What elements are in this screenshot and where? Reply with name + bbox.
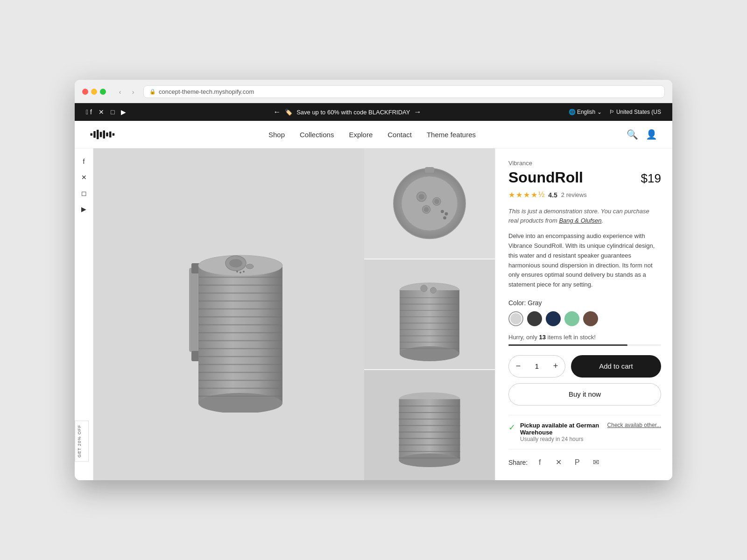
stock-bar <box>508 344 661 346</box>
main-product-image[interactable] <box>93 148 364 480</box>
share-icons: f ✕ P ✉ <box>533 456 602 469</box>
nav-theme-features[interactable]: Theme features <box>427 131 476 139</box>
region-selector[interactable]: 🏳 United States (US <box>609 109 661 115</box>
browser-controls: ‹ › 🔒 concept-theme-tech.myshopify.com <box>82 85 665 98</box>
pickup-check-link[interactable]: Check availab other... <box>607 422 661 428</box>
url-text: concept-theme-tech.myshopify.com <box>159 88 254 95</box>
promo-prev-arrow[interactable]: ← <box>274 108 281 116</box>
thumbnail-2[interactable] <box>364 259 495 370</box>
discount-label[interactable]: GET 20% OFF <box>75 420 89 462</box>
svg-point-63 <box>430 287 437 293</box>
nav-explore[interactable]: Explore <box>349 131 373 139</box>
browser-window: ‹ › 🔒 concept-theme-tech.myshopify.com … <box>75 80 672 480</box>
browser-chrome: ‹ › 🔒 concept-theme-tech.myshopify.com <box>75 80 672 103</box>
svg-rect-5 <box>106 133 108 136</box>
review-count: 2 reviews <box>561 191 587 198</box>
site-content:  f ✕ □ ▶ ← 🏷️ Save up to 60% with code … <box>75 103 672 480</box>
pickup-info: Pickup available at German Warehouse Usu… <box>520 422 603 442</box>
add-to-cart-button[interactable]: Add to cart <box>571 355 661 378</box>
nav-collections[interactable]: Collections <box>300 131 334 139</box>
star-1: ★ <box>508 190 515 199</box>
quantity-increase-button[interactable]: + <box>546 356 565 377</box>
star-3: ★ <box>523 190 530 199</box>
account-icon[interactable]: 👤 <box>646 129 657 140</box>
product-image-svg <box>163 217 294 413</box>
svg-point-39 <box>402 176 458 231</box>
social-sidebar: f ✕ ◻ ▶ GET 20% OFF <box>75 148 93 480</box>
stock-count: 13 <box>539 334 546 341</box>
sidebar-instagram-icon[interactable]: ◻ <box>81 189 87 197</box>
language-selector[interactable]: 🌐 English ⌄ <box>569 109 602 115</box>
svg-point-34 <box>246 264 254 269</box>
sidebar-facebook-icon[interactable]: f <box>83 158 85 165</box>
nav-contact[interactable]: Contact <box>388 131 412 139</box>
close-button[interactable] <box>82 89 88 95</box>
product-details: Vibrance SoundRoll $19 ★ ★ ★ ★ ½ 4.5 2 r… <box>495 148 672 480</box>
color-swatch-dark-gray[interactable] <box>527 311 542 326</box>
nav-icons: 🔍 👤 <box>627 129 657 140</box>
svg-point-66 <box>399 454 460 467</box>
product-title: SoundRoll <box>508 169 583 186</box>
star-2: ★ <box>516 190 522 199</box>
svg-rect-2 <box>97 130 99 139</box>
address-bar[interactable]: 🔒 concept-theme-tech.myshopify.com <box>143 85 665 98</box>
svg-rect-6 <box>109 132 112 138</box>
image-gallery <box>93 148 495 480</box>
share-twitter-icon[interactable]: ✕ <box>552 456 565 469</box>
svg-rect-7 <box>113 133 115 135</box>
product-description: Delve into an encompassing audio experie… <box>508 231 661 290</box>
thumbnail-3[interactable] <box>364 370 495 480</box>
quantity-stepper: − 1 + <box>508 355 565 378</box>
color-swatches <box>508 311 661 326</box>
logo-svg <box>90 127 118 141</box>
share-email-icon[interactable]: ✉ <box>589 456 602 469</box>
logo[interactable] <box>90 127 118 141</box>
color-swatch-dark-blue[interactable] <box>546 311 561 326</box>
share-pinterest-icon[interactable]: P <box>571 456 584 469</box>
stock-notice: Hurry, only 13 items left in stock! <box>508 334 661 341</box>
forward-arrow[interactable]: › <box>127 86 139 98</box>
svg-rect-9 <box>191 268 197 352</box>
svg-point-47 <box>445 212 448 216</box>
thumbnail-1[interactable] <box>364 148 495 259</box>
star-5-half: ½ <box>538 190 544 199</box>
stock-bar-fill <box>508 344 627 346</box>
color-swatch-mint-green[interactable] <box>564 311 579 326</box>
product-brand: Vibrance <box>508 160 661 167</box>
share-section: Share: f ✕ P ✉ <box>508 449 661 469</box>
svg-rect-3 <box>100 132 102 137</box>
pickup-title: Pickup available at German Warehouse <box>520 422 603 436</box>
color-swatch-brown[interactable] <box>583 311 598 326</box>
maximize-button[interactable] <box>100 89 106 95</box>
back-arrow[interactable]: ‹ <box>114 86 126 98</box>
color-section: Color: Gray <box>508 299 661 326</box>
lock-icon: 🔒 <box>149 89 156 95</box>
pickup-section: ✓ Pickup available at German Warehouse U… <box>508 415 661 449</box>
share-facebook-icon[interactable]: f <box>533 456 546 469</box>
thumbnail-column <box>364 148 495 480</box>
facebook-icon[interactable]:  f <box>86 108 92 116</box>
banner-promo: ← 🏷️ Save up to 60% with code BLACKFRIDA… <box>274 108 422 116</box>
instagram-icon[interactable]: □ <box>111 108 114 116</box>
quantity-decrease-button[interactable]: − <box>509 356 528 377</box>
search-icon[interactable]: 🔍 <box>627 129 638 140</box>
promo-next-arrow[interactable]: → <box>414 108 421 116</box>
youtube-icon[interactable]: ▶ <box>121 108 126 116</box>
buy-now-button[interactable]: Buy it now <box>508 383 661 406</box>
color-label: Color: Gray <box>508 299 661 307</box>
main-nav: Shop Collections Explore Contact Theme f… <box>75 121 672 148</box>
bang-olufsen-link[interactable]: Bang & Olufsen <box>559 217 601 224</box>
nav-shop[interactable]: Shop <box>268 131 285 139</box>
svg-point-41 <box>419 194 424 199</box>
nav-arrows: ‹ › <box>114 86 139 98</box>
sidebar-youtube-icon[interactable]: ▶ <box>81 205 86 213</box>
svg-point-36 <box>240 272 241 273</box>
demo-notice: This is just a demonstration store. You … <box>508 207 661 225</box>
color-swatch-gray-light[interactable] <box>508 311 523 326</box>
minimize-button[interactable] <box>91 89 97 95</box>
banner-right: 🌐 English ⌄ 🏳 United States (US <box>569 109 661 115</box>
pickup-subtitle: Usually ready in 24 hours <box>520 436 603 442</box>
svg-point-43 <box>434 199 439 203</box>
sidebar-twitter-icon[interactable]: ✕ <box>81 174 87 181</box>
twitter-icon[interactable]: ✕ <box>99 108 104 116</box>
